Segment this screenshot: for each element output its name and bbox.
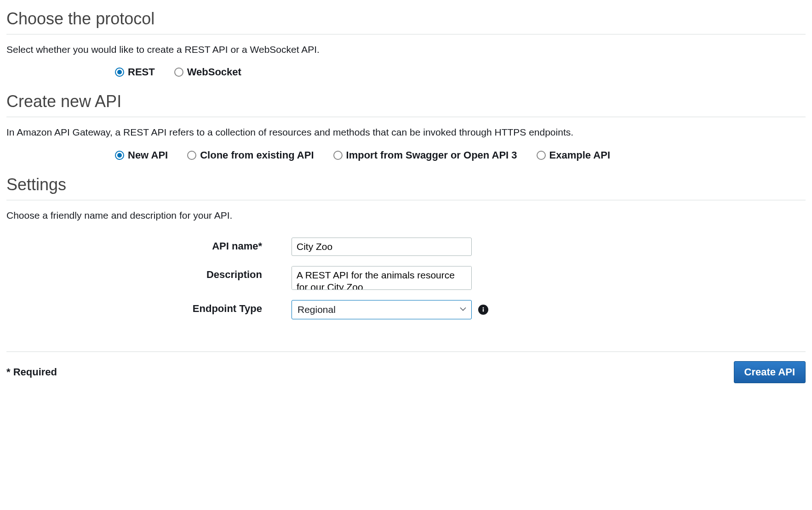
radio-label: Example API (549, 149, 610, 161)
section-desc-settings: Choose a friendly name and description f… (6, 209, 806, 222)
radio-icon (174, 68, 183, 77)
protocol-radio-group: REST WebSocket (6, 66, 806, 78)
label-endpoint-type: Endpoint Type (6, 300, 292, 315)
create-api-radio-group: New API Clone from existing API Import f… (6, 149, 806, 161)
radio-icon (187, 151, 196, 160)
api-name-input[interactable] (292, 238, 472, 256)
description-textarea[interactable] (292, 266, 472, 290)
endpoint-type-select[interactable]: Regional (292, 300, 472, 319)
endpoint-type-value: Regional (297, 304, 336, 315)
section-title-protocol: Choose the protocol (6, 9, 806, 34)
section-desc-create-api: In Amazon API Gateway, a REST API refers… (6, 125, 806, 139)
required-note: * Required (6, 366, 57, 378)
footer-row: * Required Create API (6, 361, 806, 383)
radio-label: Import from Swagger or Open API 3 (346, 149, 517, 161)
radio-label: REST (128, 66, 155, 78)
info-icon[interactable] (478, 305, 488, 315)
radio-icon (333, 151, 343, 160)
footer-divider (6, 351, 806, 352)
label-api-name: API name* (6, 238, 292, 252)
svg-rect-1 (483, 309, 484, 312)
radio-clone-api[interactable]: Clone from existing API (187, 149, 314, 161)
radio-import-api[interactable]: Import from Swagger or Open API 3 (333, 149, 517, 161)
svg-point-0 (483, 307, 484, 309)
create-api-button[interactable]: Create API (734, 361, 806, 383)
settings-form: API name* Description Endpoint Type Regi… (6, 238, 806, 319)
radio-label: Clone from existing API (200, 149, 314, 161)
radio-icon (115, 151, 124, 160)
radio-example-api[interactable]: Example API (537, 149, 610, 161)
radio-label: WebSocket (187, 66, 241, 78)
radio-label: New API (128, 149, 168, 161)
radio-new-api[interactable]: New API (115, 149, 168, 161)
section-title-settings: Settings (6, 175, 806, 200)
section-title-create-api: Create new API (6, 92, 806, 117)
radio-rest[interactable]: REST (115, 66, 155, 78)
section-desc-protocol: Select whether you would like to create … (6, 43, 806, 56)
radio-icon (115, 68, 124, 77)
label-description: Description (6, 266, 292, 281)
radio-icon (537, 151, 546, 160)
radio-websocket[interactable]: WebSocket (174, 66, 241, 78)
chevron-down-icon (459, 305, 467, 315)
